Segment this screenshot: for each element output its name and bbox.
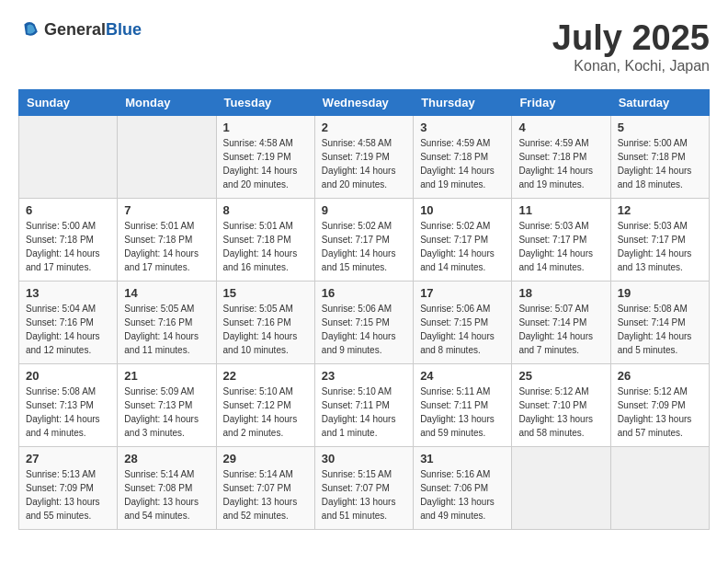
- weekday-thursday: Thursday: [414, 90, 512, 116]
- calendar-day-cell: 23Sunrise: 5:10 AM Sunset: 7:11 PM Dayli…: [314, 364, 413, 447]
- day-number: 17: [420, 286, 505, 300]
- day-info: Sunrise: 5:03 AM Sunset: 7:17 PM Dayligh…: [618, 219, 702, 274]
- day-info: Sunrise: 5:12 AM Sunset: 7:10 PM Dayligh…: [518, 385, 603, 440]
- month-title: July 2025: [552, 18, 710, 58]
- day-number: 14: [124, 286, 209, 300]
- day-number: 3: [420, 121, 505, 134]
- day-number: 12: [618, 203, 702, 217]
- calendar-table: Sunday Monday Tuesday Wednesday Thursday…: [18, 89, 710, 530]
- day-info: Sunrise: 5:03 AM Sunset: 7:17 PM Dayligh…: [518, 219, 603, 274]
- day-number: 19: [618, 286, 702, 300]
- calendar-day-cell: [19, 116, 118, 199]
- day-info: Sunrise: 5:06 AM Sunset: 7:15 PM Dayligh…: [322, 302, 406, 357]
- calendar-day-cell: 17Sunrise: 5:06 AM Sunset: 7:15 PM Dayli…: [414, 282, 512, 364]
- calendar-day-cell: 14Sunrise: 5:05 AM Sunset: 7:16 PM Dayli…: [118, 282, 216, 364]
- day-info: Sunrise: 5:10 AM Sunset: 7:11 PM Dayligh…: [322, 385, 406, 440]
- day-number: 1: [223, 121, 308, 134]
- calendar-day-cell: 20Sunrise: 5:08 AM Sunset: 7:13 PM Dayli…: [19, 364, 118, 447]
- calendar-day-cell: 8Sunrise: 5:01 AM Sunset: 7:18 PM Daylig…: [216, 199, 314, 282]
- day-number: 8: [223, 203, 308, 217]
- weekday-sunday: Sunday: [19, 90, 118, 116]
- calendar-day-cell: 3Sunrise: 4:59 AM Sunset: 7:18 PM Daylig…: [414, 116, 512, 199]
- weekday-monday: Monday: [118, 90, 216, 116]
- title-area: July 2025 Konan, Kochi, Japan: [552, 18, 710, 75]
- day-number: 4: [518, 121, 603, 134]
- page-header: GeneralBlue July 2025 Konan, Kochi, Japa…: [18, 18, 710, 75]
- calendar-day-cell: [118, 116, 216, 199]
- day-info: Sunrise: 5:13 AM Sunset: 7:09 PM Dayligh…: [26, 467, 110, 523]
- day-info: Sunrise: 5:09 AM Sunset: 7:13 PM Dayligh…: [124, 385, 209, 440]
- calendar-week-row: 1Sunrise: 4:58 AM Sunset: 7:19 PM Daylig…: [19, 116, 710, 199]
- day-info: Sunrise: 5:02 AM Sunset: 7:17 PM Dayligh…: [322, 219, 406, 274]
- day-info: Sunrise: 5:02 AM Sunset: 7:17 PM Dayligh…: [420, 219, 505, 274]
- day-info: Sunrise: 5:16 AM Sunset: 7:06 PM Dayligh…: [420, 467, 505, 523]
- day-info: Sunrise: 4:59 AM Sunset: 7:18 PM Dayligh…: [420, 136, 505, 191]
- day-info: Sunrise: 5:00 AM Sunset: 7:18 PM Dayligh…: [618, 136, 702, 191]
- calendar-day-cell: 9Sunrise: 5:02 AM Sunset: 7:17 PM Daylig…: [314, 199, 413, 282]
- day-number: 20: [26, 369, 110, 383]
- day-info: Sunrise: 5:08 AM Sunset: 7:13 PM Dayligh…: [26, 385, 110, 440]
- logo-blue-text: Blue: [106, 20, 142, 39]
- calendar-day-cell: 6Sunrise: 5:00 AM Sunset: 7:18 PM Daylig…: [19, 199, 118, 282]
- calendar-day-cell: 21Sunrise: 5:09 AM Sunset: 7:13 PM Dayli…: [118, 364, 216, 447]
- day-number: 29: [223, 452, 308, 465]
- day-info: Sunrise: 5:12 AM Sunset: 7:09 PM Dayligh…: [618, 385, 702, 440]
- calendar-day-cell: 12Sunrise: 5:03 AM Sunset: 7:17 PM Dayli…: [610, 199, 709, 282]
- day-number: 31: [420, 452, 505, 465]
- calendar-day-cell: 30Sunrise: 5:15 AM Sunset: 7:07 PM Dayli…: [314, 447, 413, 530]
- day-number: 6: [26, 203, 110, 217]
- calendar-day-cell: 11Sunrise: 5:03 AM Sunset: 7:17 PM Dayli…: [512, 199, 610, 282]
- weekday-tuesday: Tuesday: [216, 90, 314, 116]
- calendar-day-cell: 16Sunrise: 5:06 AM Sunset: 7:15 PM Dayli…: [314, 282, 413, 364]
- calendar-day-cell: 7Sunrise: 5:01 AM Sunset: 7:18 PM Daylig…: [118, 199, 216, 282]
- calendar-day-cell: 29Sunrise: 5:14 AM Sunset: 7:07 PM Dayli…: [216, 447, 314, 530]
- logo-general-text: General: [44, 20, 106, 39]
- day-number: 13: [26, 286, 110, 300]
- day-number: 2: [322, 121, 406, 134]
- calendar-day-cell: 18Sunrise: 5:07 AM Sunset: 7:14 PM Dayli…: [512, 282, 610, 364]
- weekday-saturday: Saturday: [610, 90, 709, 116]
- day-number: 27: [26, 452, 110, 465]
- day-number: 11: [518, 203, 603, 217]
- calendar-body: 1Sunrise: 4:58 AM Sunset: 7:19 PM Daylig…: [19, 116, 710, 530]
- day-number: 22: [223, 369, 308, 383]
- calendar-day-cell: 31Sunrise: 5:16 AM Sunset: 7:06 PM Dayli…: [414, 447, 512, 530]
- calendar-day-cell: 26Sunrise: 5:12 AM Sunset: 7:09 PM Dayli…: [610, 364, 709, 447]
- calendar-week-row: 27Sunrise: 5:13 AM Sunset: 7:09 PM Dayli…: [19, 447, 710, 530]
- calendar-day-cell: 27Sunrise: 5:13 AM Sunset: 7:09 PM Dayli…: [19, 447, 118, 530]
- calendar-day-cell: 1Sunrise: 4:58 AM Sunset: 7:19 PM Daylig…: [216, 116, 314, 199]
- weekday-wednesday: Wednesday: [314, 90, 413, 116]
- day-info: Sunrise: 5:05 AM Sunset: 7:16 PM Dayligh…: [223, 302, 308, 357]
- calendar-day-cell: 15Sunrise: 5:05 AM Sunset: 7:16 PM Dayli…: [216, 282, 314, 364]
- day-number: 30: [322, 452, 406, 465]
- day-number: 28: [124, 452, 209, 465]
- day-info: Sunrise: 4:59 AM Sunset: 7:18 PM Dayligh…: [518, 136, 603, 191]
- weekday-header-row: Sunday Monday Tuesday Wednesday Thursday…: [19, 90, 710, 116]
- calendar-week-row: 13Sunrise: 5:04 AM Sunset: 7:16 PM Dayli…: [19, 282, 710, 364]
- day-number: 9: [322, 203, 406, 217]
- day-number: 7: [124, 203, 209, 217]
- calendar-day-cell: 10Sunrise: 5:02 AM Sunset: 7:17 PM Dayli…: [414, 199, 512, 282]
- day-info: Sunrise: 5:04 AM Sunset: 7:16 PM Dayligh…: [26, 302, 110, 357]
- day-number: 21: [124, 369, 209, 383]
- day-number: 5: [618, 121, 702, 134]
- calendar-day-cell: 24Sunrise: 5:11 AM Sunset: 7:11 PM Dayli…: [414, 364, 512, 447]
- day-info: Sunrise: 5:15 AM Sunset: 7:07 PM Dayligh…: [322, 467, 406, 523]
- location-title: Konan, Kochi, Japan: [552, 58, 710, 75]
- day-info: Sunrise: 5:11 AM Sunset: 7:11 PM Dayligh…: [420, 385, 505, 440]
- calendar-day-cell: 28Sunrise: 5:14 AM Sunset: 7:08 PM Dayli…: [118, 447, 216, 530]
- calendar-day-cell: [512, 447, 610, 530]
- calendar-day-cell: 2Sunrise: 4:58 AM Sunset: 7:19 PM Daylig…: [314, 116, 413, 199]
- day-info: Sunrise: 5:10 AM Sunset: 7:12 PM Dayligh…: [223, 385, 308, 440]
- day-info: Sunrise: 5:05 AM Sunset: 7:16 PM Dayligh…: [124, 302, 209, 357]
- day-info: Sunrise: 5:06 AM Sunset: 7:15 PM Dayligh…: [420, 302, 505, 357]
- calendar-day-cell: 19Sunrise: 5:08 AM Sunset: 7:14 PM Dayli…: [610, 282, 709, 364]
- weekday-friday: Friday: [512, 90, 610, 116]
- day-info: Sunrise: 5:00 AM Sunset: 7:18 PM Dayligh…: [26, 219, 110, 274]
- day-info: Sunrise: 4:58 AM Sunset: 7:19 PM Dayligh…: [223, 136, 308, 191]
- day-info: Sunrise: 5:07 AM Sunset: 7:14 PM Dayligh…: [518, 302, 603, 357]
- calendar-week-row: 6Sunrise: 5:00 AM Sunset: 7:18 PM Daylig…: [19, 199, 710, 282]
- day-info: Sunrise: 5:14 AM Sunset: 7:07 PM Dayligh…: [223, 467, 308, 523]
- day-info: Sunrise: 5:01 AM Sunset: 7:18 PM Dayligh…: [223, 219, 308, 274]
- calendar-week-row: 20Sunrise: 5:08 AM Sunset: 7:13 PM Dayli…: [19, 364, 710, 447]
